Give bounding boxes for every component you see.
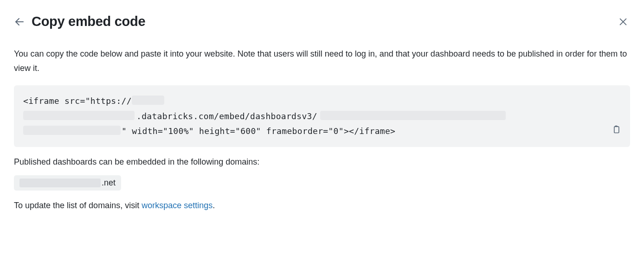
code-part2: .databricks.com/embed/dashboardsv3/	[136, 111, 317, 121]
dialog-title: Copy embed code	[32, 14, 145, 29]
embed-code-block: <iframe src="https:// .databricks.com/em…	[14, 85, 630, 147]
svg-rect-3	[614, 127, 619, 133]
workspace-settings-link[interactable]: workspace settings	[142, 201, 213, 210]
close-icon[interactable]	[616, 15, 630, 29]
footer-suffix: .	[213, 201, 215, 210]
copy-icon[interactable]	[612, 124, 621, 139]
domain-suffix: .net	[102, 178, 116, 188]
code-part1: <iframe src="https://	[23, 96, 132, 106]
code-part3: " width="100%" height="600" frameborder=…	[122, 126, 395, 136]
back-arrow-icon[interactable]	[14, 16, 25, 27]
footer-text: To update the list of domains, visit wor…	[14, 201, 630, 211]
redacted-dashboard-id	[320, 111, 506, 120]
dialog-header: Copy embed code	[14, 14, 630, 29]
domains-intro-text: Published dashboards can be embedded in …	[14, 157, 630, 167]
header-left: Copy embed code	[14, 14, 145, 29]
redacted-tail	[23, 126, 121, 135]
embed-code-content[interactable]: <iframe src="https:// .databricks.com/em…	[23, 94, 621, 139]
redacted-host-part	[132, 96, 164, 105]
domain-chip: .net	[14, 175, 121, 191]
redacted-subdomain	[23, 111, 135, 120]
redacted-domain-name	[19, 179, 101, 187]
description-text: You can copy the code below and paste it…	[14, 47, 630, 75]
footer-prefix: To update the list of domains, visit	[14, 201, 142, 210]
